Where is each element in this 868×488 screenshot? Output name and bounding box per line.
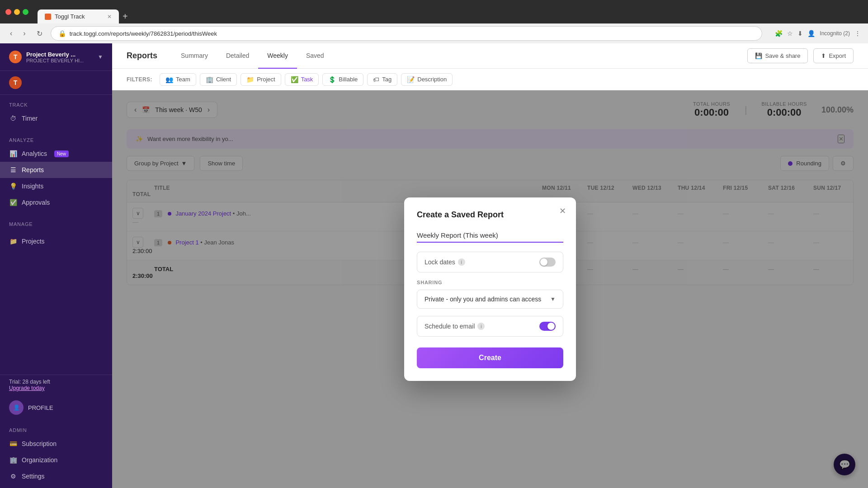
filter-chip-project[interactable]: 📁 Project: [241, 73, 281, 86]
new-tab-btn[interactable]: +: [119, 9, 132, 23]
sidebar-project-name: Project Beverly ...: [26, 51, 84, 58]
projects-icon: 📁: [9, 237, 17, 245]
tab-summary[interactable]: Summary: [172, 43, 217, 69]
trial-text: Trial: 28 days left: [9, 379, 103, 385]
window-maximize-btn[interactable]: [23, 9, 28, 15]
sidebar-approvals-label: Approvals: [22, 199, 50, 206]
window-close-btn[interactable]: [5, 9, 11, 15]
filters-row: FILTERS: 👥 Team 🏢 Client 📁 Project ✅ Tas…: [112, 69, 868, 90]
sidebar-profile[interactable]: 👤 PROFILE: [0, 395, 112, 420]
top-nav: Reports Summary Detailed Weekly Saved 💾: [112, 43, 868, 69]
sidebar-header[interactable]: T Project Beverly ... PROJECT BEVERLY HI…: [0, 43, 112, 71]
tab-close-btn[interactable]: ✕: [107, 14, 112, 20]
sidebar-item-approvals[interactable]: ✅ Approvals: [0, 194, 112, 211]
extensions-icon[interactable]: 🧩: [775, 30, 783, 37]
timer-icon: ⏱: [9, 114, 17, 122]
privacy-chevron-icon: ▼: [550, 296, 556, 302]
window-minimize-btn[interactable]: [14, 9, 20, 15]
sidebar: T Project Beverly ... PROJECT BEVERLY HI…: [0, 43, 112, 488]
analytics-icon: 📊: [9, 150, 17, 158]
sidebar-item-organization[interactable]: 🏢 Organization: [0, 452, 112, 468]
incognito-label: Incognito (2): [820, 30, 850, 37]
lock-dates-label: Lock dates i: [425, 258, 465, 266]
schedule-toggle-knob: [547, 323, 555, 330]
profile-label: PROFILE: [28, 404, 53, 411]
main-content: Reports Summary Detailed Weekly Saved 💾: [112, 43, 868, 488]
filter-chip-tag[interactable]: 🏷 Tag: [367, 73, 397, 86]
modal-title: Create a Saved Report: [417, 210, 563, 220]
tab-weekly[interactable]: Weekly: [258, 43, 297, 69]
sidebar-item-insights[interactable]: 💡 Insights: [0, 178, 112, 194]
modal-close-btn[interactable]: ✕: [556, 205, 569, 217]
create-button[interactable]: Create: [417, 347, 563, 368]
subscription-icon: 💳: [9, 440, 17, 448]
tab-favicon: [45, 14, 51, 20]
tab-saved[interactable]: Saved: [297, 43, 333, 69]
report-name-input[interactable]: [417, 229, 563, 243]
sidebar-settings-label: Settings: [22, 473, 45, 480]
filter-chip-task[interactable]: ✅ Task: [285, 73, 319, 86]
export-button[interactable]: ⬆ Export: [813, 48, 854, 63]
address-bar[interactable]: 🔒 track.toggl.com/reports/weekly/7862831…: [51, 26, 763, 41]
sidebar-projects-label: Projects: [22, 238, 45, 245]
sidebar-subscription-label: Subscription: [22, 440, 57, 447]
privacy-option-text: Private - only you and admins can access: [425, 296, 550, 303]
sidebar-reports-label: Reports: [22, 166, 44, 174]
sidebar-item-analytics[interactable]: 📊 Analytics New: [0, 145, 112, 162]
sidebar-logo: T: [9, 51, 22, 63]
avatar: 👤: [9, 400, 24, 415]
sidebar-item-projects[interactable]: 📁 Projects: [0, 233, 112, 249]
project-filter-icon: 📁: [246, 76, 254, 83]
sidebar-track-section: TRACK ⏱ Timer: [0, 95, 112, 130]
back-btn[interactable]: ‹: [7, 28, 15, 39]
lock-dates-info-icon[interactable]: i: [458, 258, 465, 266]
privacy-select[interactable]: Private - only you and admins can access…: [417, 290, 563, 309]
sidebar-chevron-icon[interactable]: ▼: [98, 54, 103, 60]
forward-btn[interactable]: ›: [20, 28, 28, 39]
settings-icon: ⚙: [9, 472, 17, 480]
sidebar-analytics-label: Analytics: [22, 150, 47, 157]
filter-chip-team[interactable]: 👥 Team: [160, 73, 196, 86]
insights-icon: 💡: [9, 182, 17, 190]
modal-overlay[interactable]: Create a Saved Report ✕ Lock dates i SHA…: [112, 90, 868, 488]
schedule-email-row: Schedule to email i: [417, 316, 563, 337]
sidebar-bottom-area: Trial: 28 days left Upgrade today 👤 PROF…: [0, 375, 112, 488]
task-filter-icon: ✅: [291, 76, 298, 83]
filter-chip-billable[interactable]: 💲 Billable: [322, 73, 363, 86]
upgrade-link[interactable]: Upgrade today: [9, 385, 103, 391]
tab-detailed[interactable]: Detailed: [217, 43, 258, 69]
schedule-email-toggle[interactable]: [539, 322, 556, 331]
sidebar-item-subscription[interactable]: 💳 Subscription: [0, 436, 112, 452]
sidebar-item-timer[interactable]: ⏱ Timer: [0, 110, 112, 127]
top-nav-actions: 💾 Save & share ⬆ Export: [747, 48, 854, 63]
billable-filter-icon: 💲: [328, 76, 336, 83]
reports-icon: ☰: [9, 166, 17, 174]
schedule-email-label: Schedule to email i: [425, 323, 485, 330]
profile-icon[interactable]: 👤: [807, 30, 815, 37]
sidebar-track-label: TRACK: [0, 102, 112, 108]
client-filter-icon: 🏢: [206, 76, 213, 83]
menu-icon[interactable]: ⋮: [854, 30, 861, 37]
bookmark-icon[interactable]: ☆: [787, 30, 793, 37]
sidebar-admin-label: ADMIN: [0, 427, 112, 433]
download-icon[interactable]: ⬇: [797, 30, 803, 37]
save-icon: 💾: [755, 52, 762, 59]
tag-filter-icon: 🏷: [373, 76, 379, 83]
lock-dates-toggle[interactable]: [539, 258, 556, 267]
filter-chip-client[interactable]: 🏢 Client: [200, 73, 237, 86]
save-share-button[interactable]: 💾 Save & share: [747, 48, 808, 63]
toggle-knob: [540, 258, 547, 266]
sidebar-secondary-logo: T: [9, 76, 22, 89]
sidebar-timer-label: Timer: [22, 115, 38, 122]
create-btn-label: Create: [479, 354, 501, 361]
reload-btn[interactable]: ↻: [34, 28, 45, 40]
filter-chip-description[interactable]: 📝 Description: [401, 73, 453, 86]
browser-tab-toggl[interactable]: Toggl Track ✕: [38, 9, 119, 23]
schedule-info-icon[interactable]: i: [477, 323, 485, 330]
sidebar-item-settings[interactable]: ⚙ Settings: [0, 468, 112, 484]
url-text: track.toggl.com/reports/weekly/7862831/p…: [70, 30, 217, 37]
analytics-badge: New: [54, 150, 69, 157]
filters-label: FILTERS:: [127, 76, 152, 83]
sidebar-item-reports[interactable]: ☰ Reports: [0, 162, 112, 178]
tab-label: Toggl Track: [55, 13, 85, 20]
